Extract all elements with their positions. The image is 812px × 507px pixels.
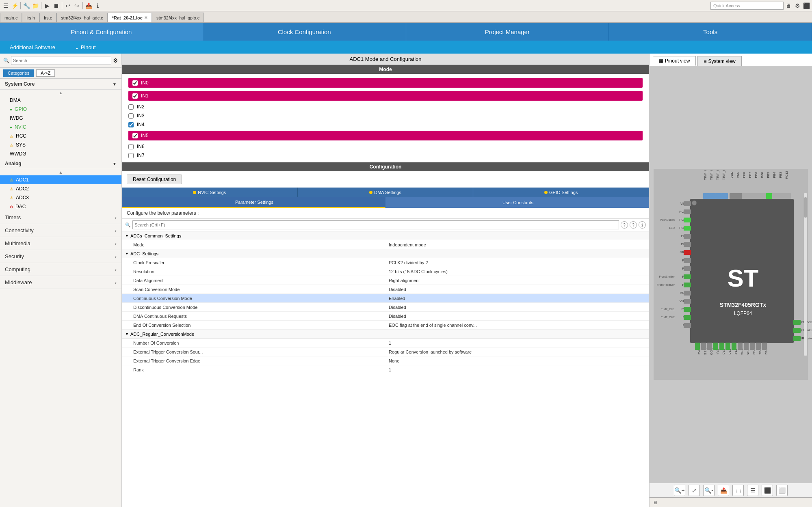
config-tab-gpio[interactable]: GPIO Settings	[473, 188, 649, 197]
toolbar-icon-1[interactable]: ☰	[2, 2, 10, 10]
param-group-adcs-common[interactable]: ▼ ADCs_Common_Settings	[122, 231, 649, 240]
tab-tools[interactable]: Tools	[609, 23, 812, 41]
computing-chevron: ›	[115, 267, 117, 272]
param-name-ext-trigger-edge: External Trigger Conversion Edge	[133, 358, 389, 363]
toolbar-icon-4[interactable]: 📁	[31, 2, 39, 10]
toolbar-icon-3[interactable]: 🔧	[22, 2, 30, 10]
sidebar-cat-security[interactable]: Security ›	[0, 250, 121, 263]
sidebar-item-gpio[interactable]: ● GPIO	[0, 105, 121, 114]
sidebar-cat-multimedia[interactable]: Multimedia ›	[0, 237, 121, 250]
sidebar-item-dac[interactable]: ⊘ DAC	[0, 202, 121, 211]
sidebar-item-sys[interactable]: ⚠ SYS	[0, 140, 121, 149]
mode-checkbox-in3[interactable]	[128, 113, 134, 119]
svg-rect-65	[684, 274, 691, 279]
sidebar-item-sys-label: SYS	[16, 142, 26, 148]
toolbar-icon-9[interactable]: 📤	[84, 2, 93, 10]
mode-checkbox-in1[interactable]	[132, 93, 138, 99]
reset-config-btn[interactable]: Reset Configuration	[127, 175, 182, 184]
file-tab-hal-adc[interactable]: stm32f4xx_hal_adc.c	[56, 13, 107, 22]
sidebar-search-input[interactable]	[11, 56, 111, 65]
config-tab-nvic[interactable]: NVIC Settings	[122, 188, 298, 197]
file-tab-irs-c[interactable]: irs.c	[39, 13, 56, 22]
right-tab-pinout-view[interactable]: ▦ Pinout view	[653, 56, 696, 66]
zoom-in-btn[interactable]: 🔍+	[674, 485, 685, 496]
computing-label: Computing	[5, 266, 30, 272]
mode-checkbox-in4[interactable]	[128, 122, 134, 127]
params-info-icon-1[interactable]: ?	[621, 221, 628, 229]
param-row-continuous-conversion[interactable]: Continuous Conversion Mode Enabled	[122, 294, 649, 303]
param-row-eoc-selection: End Of Conversion Selection EOC flag at …	[122, 321, 649, 330]
param-value-discontinuous-conversion: Disabled	[389, 305, 644, 310]
mode-checkbox-in5[interactable]	[132, 133, 138, 138]
toggle1-btn[interactable]: ☰	[747, 485, 758, 496]
file-tab-ioc[interactable]: *Rat_20-21.ioc ✕	[108, 13, 152, 22]
mode-label-in0: IN0	[141, 80, 149, 86]
mode-checkbox-in6[interactable]	[128, 144, 134, 149]
sidebar-item-iwdg[interactable]: IWDG	[0, 114, 121, 123]
fit-btn[interactable]: ⤢	[689, 485, 700, 496]
main-toolbar: ☰ ⚡ 🔧 📁 ▶ ⏹ ↩ ↪ 📤 ℹ Quick Access 🖥 ⚙ ⬛	[0, 0, 812, 11]
svg-rect-24	[760, 193, 767, 199]
quick-access-box[interactable]: Quick Access	[710, 2, 784, 10]
toolbar-icon-info[interactable]: ℹ	[93, 2, 102, 10]
tab-clock-config[interactable]: Clock Configuration	[203, 23, 406, 41]
zoom-out-btn[interactable]: 🔍-	[703, 485, 715, 496]
sidebar-item-adc2[interactable]: ⚠ ADC2	[0, 184, 121, 193]
layout-btn[interactable]: ⬚	[732, 485, 744, 496]
toolbar-icon-7[interactable]: ↩	[64, 2, 72, 10]
sidebar-item-adc3[interactable]: ⚠ ADC3	[0, 193, 121, 202]
sidebar-item-rcc[interactable]: ⚠ RCC	[0, 132, 121, 140]
config-tab-dma[interactable]: DMA Settings	[298, 188, 474, 197]
sidebar-cat-middleware[interactable]: Middleware ›	[0, 276, 121, 289]
file-tab-irs-h[interactable]: irs.h	[22, 13, 39, 22]
config-tab-user-constants[interactable]: User Constants	[385, 197, 649, 208]
mode-item-in2: IN2	[128, 103, 643, 110]
toggle2-btn[interactable]: ⬛	[762, 485, 773, 496]
analog-scroll-up[interactable]: ▲	[0, 169, 121, 175]
sidebar-gear-icon[interactable]: ⚙	[113, 57, 118, 64]
toggle3-btn[interactable]: ⬜	[776, 485, 788, 496]
sidebar-cat-timers[interactable]: Timers ›	[0, 211, 121, 224]
mode-checkbox-in0[interactable]	[132, 80, 138, 86]
right-tab-system-view[interactable]: ≡ System view	[697, 56, 741, 66]
toolbar-icon-8[interactable]: ↪	[73, 2, 81, 10]
close-ioc-tab[interactable]: ✕	[144, 15, 147, 20]
sidebar-item-adc1[interactable]: ⚠ ADC1	[0, 175, 121, 184]
param-group-adc-settings[interactable]: ▼ ADC_Settings	[122, 249, 649, 258]
sidebar-item-nvic[interactable]: ● NVIC	[0, 123, 121, 132]
svg-rect-59	[684, 226, 691, 231]
svg-rect-92	[744, 343, 749, 350]
file-tab-hal-gpio[interactable]: stm32f4xx_hal_gpio.c	[152, 13, 204, 22]
toolbar-icon-cube[interactable]: ⬛	[802, 2, 810, 10]
params-search-input[interactable]	[132, 220, 619, 229]
sub-nav-pinout[interactable]: ⌄ Pinout	[65, 41, 105, 54]
mode-checkbox-in2[interactable]	[128, 104, 134, 110]
toolbar-icon-2[interactable]: ⚡	[11, 2, 19, 10]
mode-checkbox-in7[interactable]	[128, 153, 134, 158]
export-btn[interactable]: 📤	[718, 485, 729, 496]
analog-header[interactable]: Analog ▼	[0, 158, 121, 169]
svg-rect-68	[684, 299, 691, 304]
sub-nav-additional-software[interactable]: Additional Software	[0, 41, 65, 54]
tab-project-manager[interactable]: Project Manager	[406, 23, 609, 41]
config-tab-parameter[interactable]: Parameter Settings	[122, 197, 385, 208]
tab-pinout-config[interactable]: Pinout & Configuration	[0, 23, 203, 41]
filter-categories-btn[interactable]: Categories	[3, 69, 34, 77]
sidebar-item-wwdg[interactable]: WWDG	[0, 149, 121, 158]
param-group-adc-regular[interactable]: ▼ ADC_Regular_ConversionMode	[122, 330, 649, 339]
filter-az-btn[interactable]: A->Z	[36, 69, 55, 77]
toolbar-icon-5[interactable]: ▶	[43, 2, 51, 10]
sidebar-item-dma[interactable]: DMA	[0, 96, 121, 105]
params-info-icon-2[interactable]: ?	[630, 221, 637, 229]
system-core-header[interactable]: System Core ▼	[0, 79, 121, 90]
svg-text:TIM4_t: TIM4_t	[716, 170, 719, 180]
file-tab-main-c[interactable]: main.c	[0, 13, 22, 22]
toolbar-icon-display[interactable]: 🖥	[784, 2, 793, 10]
toolbar-icon-6[interactable]: ⏹	[52, 2, 60, 10]
param-row-rank: Rank 1	[122, 365, 649, 374]
sidebar-cat-computing[interactable]: Computing ›	[0, 263, 121, 276]
system-core-scroll-up[interactable]: ▲	[0, 90, 121, 96]
params-more-icon[interactable]: ℹ	[639, 221, 646, 229]
sidebar-cat-connectivity[interactable]: Connectivity ›	[0, 224, 121, 237]
toolbar-icon-settings[interactable]: ⚙	[793, 2, 801, 10]
